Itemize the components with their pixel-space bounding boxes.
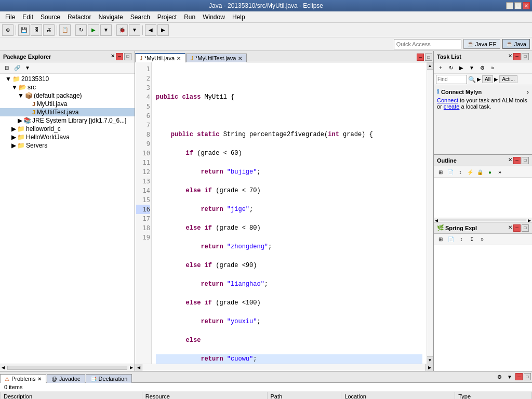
hscroll-track[interactable] [142,364,425,371]
tree-item-myutiltest[interactable]: J MyUtilTest.java [0,108,135,116]
pkg-minimize-button[interactable]: ─ [116,53,123,60]
close-button[interactable]: ✕ [523,2,530,9]
editor-maximize-button[interactable]: □ [425,54,432,61]
tree-item-project[interactable]: ▼ 📁 20135310 [0,75,135,83]
menu-run[interactable]: Run [181,12,198,22]
outline-scroll-right[interactable]: ▶ [527,218,532,222]
scroll-right-icon[interactable]: ▶ [128,365,135,370]
editor-vscrollbar[interactable]: ▲ ▼ [427,62,433,364]
tab-close-myutil[interactable]: ✕ [177,56,181,61]
problems-options-button[interactable]: ⚙ [495,372,504,381]
tree-item-jre[interactable]: ▶ 📚 JRE System Library [jdk1.7.0_6...] [0,116,135,125]
properties-button[interactable]: 📋 [59,24,71,36]
mylyn-chevron[interactable]: › [527,89,529,95]
editor-hscrollbar[interactable]: ◀ ▶ [135,364,433,371]
spring-maximize-button[interactable]: □ [522,224,529,232]
outline-btn-2[interactable]: 📄 [446,167,455,177]
outline-btn-1[interactable]: ⊞ [436,167,445,177]
col-resource[interactable]: Resource [142,392,267,400]
tab-declaration[interactable]: 📑 Declaration [86,374,132,383]
spring-btn-5[interactable]: » [477,235,487,244]
task-more-button[interactable]: ▶ [457,63,466,73]
menu-source[interactable]: Source [37,12,63,22]
minimize-button[interactable]: ─ [506,2,513,9]
task-filter-button[interactable]: ▼ [467,63,476,73]
tab-problems[interactable]: ⚠ Problems ✕ [0,374,46,383]
menu-window[interactable]: Window [200,12,228,22]
spring-minimize-button[interactable]: ─ [513,224,521,232]
editor-minimize-button[interactable]: ─ [417,54,424,61]
spring-btn-2[interactable]: 📄 [446,235,456,244]
quick-access-input[interactable] [394,39,461,49]
scroll-thumb-area[interactable] [427,70,433,356]
refresh-button[interactable]: ↻ [75,24,87,36]
link-editor-button[interactable]: 🔗 [12,63,22,73]
tree-item-helloworld-c[interactable]: ▶ 📁 helloworld_c [0,125,135,133]
outline-btn-7[interactable]: » [495,167,504,177]
nav-forward[interactable]: ▶ [157,24,169,36]
debug-dropdown[interactable]: ▼ [129,24,140,36]
collapse-all-button[interactable]: ⊟ [2,63,11,73]
outline-maximize-button[interactable]: □ [522,157,529,164]
task-minimize-button[interactable]: ─ [513,53,521,60]
maximize-button[interactable]: □ [514,2,522,9]
menu-refactor[interactable]: Refactor [64,12,94,22]
scroll-hright-button[interactable]: ▶ [425,364,433,371]
connect-link[interactable]: Connect [437,97,458,103]
col-description[interactable]: Description [1,392,142,400]
outline-btn-5[interactable]: 🔒 [475,167,485,177]
menu-navigate[interactable]: Navigate [95,12,126,22]
save-button[interactable]: 💾 [18,24,30,36]
menu-search[interactable]: Search [127,12,153,22]
tab-close-myutiltest[interactable]: ✕ [238,56,242,61]
tab-javadoc[interactable]: @ Javadoc [47,374,85,383]
find-all-btn[interactable]: ▶ [477,76,481,82]
print-button[interactable]: 🖨 [43,24,55,36]
tab-myutiltest[interactable]: J *MyUtilTest.java ✕ [186,54,247,62]
tab-myutil[interactable]: J *MyUtil.java ✕ [135,53,185,62]
problems-close[interactable]: ✕ [37,376,42,382]
scroll-track[interactable] [7,366,127,370]
run-dropdown[interactable]: ▼ [100,24,112,36]
outline-minimize-button[interactable]: ─ [513,157,521,164]
save-all-button[interactable]: 🗄 [31,24,42,36]
outline-scroll-left[interactable]: ◀ [434,218,439,222]
debug-button[interactable]: 🐞 [116,24,128,36]
task-maximize-button[interactable]: □ [522,53,529,60]
pkg-maximize-button[interactable]: □ [124,53,131,60]
problems-chevron-button[interactable]: ▼ [505,372,514,381]
scroll-down-button[interactable]: ▼ [427,356,433,364]
new-button[interactable]: ⊕ [2,24,14,36]
find-all-label[interactable]: All [482,75,493,83]
task-chevron-button[interactable]: » [488,63,497,73]
find-search-icon[interactable]: 🔍 [468,76,476,83]
tree-item-default-pkg[interactable]: ▼ 📦 (default package) [0,91,135,100]
col-location[interactable]: Location [341,392,455,400]
scroll-up-button[interactable]: ▲ [427,62,433,70]
tree-item-helloworldjava[interactable]: ▶ 📁 HelloWorldJava [0,133,135,141]
java-ee-perspective-button[interactable]: ☕ Java EE [463,39,500,49]
problems-minimize-button[interactable]: ─ [515,373,523,380]
tree-item-myutil[interactable]: J MyUtil.java [0,100,135,108]
scroll-hleft-button[interactable]: ◀ [135,364,142,371]
scroll-left-icon[interactable]: ◀ [0,365,6,370]
task-refresh-button[interactable]: ↻ [446,63,456,73]
spring-btn-1[interactable]: ⊞ [436,235,445,244]
view-menu-button[interactable]: ▼ [23,63,32,73]
find-acti-arrow[interactable]: ▶ [494,76,498,82]
tree-item-servers[interactable]: ▶ 📁 Servers [0,141,135,150]
pkg-scrollbar[interactable]: ◀ ▶ [0,364,135,371]
create-link[interactable]: create [444,103,460,110]
nav-back[interactable]: ◀ [145,24,156,36]
spring-btn-4[interactable]: ↧ [467,235,476,244]
outline-btn-4[interactable]: ⚡ [466,167,475,177]
spring-btn-3[interactable]: ↕ [457,235,466,244]
outline-btn-6[interactable]: ● [485,167,495,177]
tree-item-src[interactable]: ▼ 📂 src [0,83,135,91]
menu-help[interactable]: Help [229,12,248,22]
menu-file[interactable]: File [2,12,18,22]
run-button[interactable]: ▶ [88,24,99,36]
menu-edit[interactable]: Edit [19,12,36,22]
task-new-button[interactable]: + [436,63,445,73]
task-settings-button[interactable]: ⚙ [477,63,487,73]
